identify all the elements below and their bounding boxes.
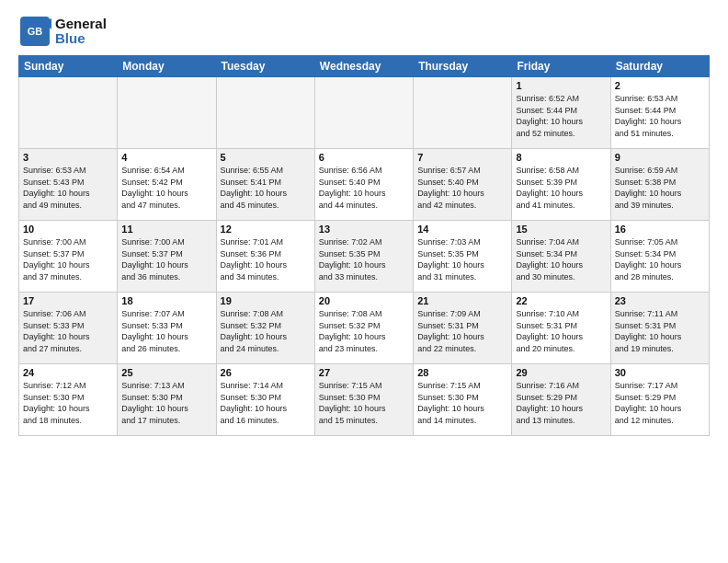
day-header-thursday: Thursday (414, 56, 512, 77)
day-header-saturday: Saturday (610, 56, 709, 77)
day-number: 29 (516, 367, 606, 378)
day-number: 8 (516, 152, 606, 163)
day-info: Sunrise: 7:01 AM Sunset: 5:36 PM Dayligh… (221, 236, 311, 282)
cal-cell: 3Sunrise: 6:53 AM Sunset: 5:43 PM Daylig… (19, 149, 118, 221)
week-row-1: 1Sunrise: 6:52 AM Sunset: 5:44 PM Daylig… (19, 77, 710, 149)
day-info: Sunrise: 6:56 AM Sunset: 5:40 PM Dayligh… (319, 165, 409, 211)
day-number: 4 (121, 152, 211, 163)
day-info: Sunrise: 7:15 AM Sunset: 5:30 PM Dayligh… (319, 380, 409, 426)
day-info: Sunrise: 7:03 AM Sunset: 5:35 PM Dayligh… (417, 236, 507, 282)
day-info: Sunrise: 6:57 AM Sunset: 5:40 PM Dayligh… (417, 165, 507, 211)
cal-cell: 15Sunrise: 7:04 AM Sunset: 5:34 PM Dayli… (512, 221, 610, 293)
calendar-table: SundayMondayTuesdayWednesdayThursdayFrid… (18, 55, 710, 436)
day-number: 3 (23, 152, 113, 163)
day-info: Sunrise: 6:52 AM Sunset: 5:44 PM Dayligh… (516, 93, 606, 139)
day-number: 27 (319, 367, 409, 378)
cal-cell: 30Sunrise: 7:17 AM Sunset: 5:29 PM Dayli… (610, 364, 709, 436)
cal-cell (414, 77, 512, 149)
day-number: 24 (23, 367, 113, 378)
header: GB General Blue (18, 15, 710, 48)
cal-cell: 9Sunrise: 6:59 AM Sunset: 5:38 PM Daylig… (610, 149, 709, 221)
day-number: 9 (615, 152, 705, 163)
day-number: 22 (516, 295, 606, 306)
day-number: 15 (516, 224, 606, 235)
day-header-friday: Friday (512, 56, 610, 77)
day-header-wednesday: Wednesday (314, 56, 413, 77)
day-info: Sunrise: 7:05 AM Sunset: 5:34 PM Dayligh… (615, 236, 705, 282)
svg-text:GB: GB (28, 26, 43, 37)
cal-cell: 28Sunrise: 7:15 AM Sunset: 5:30 PM Dayli… (414, 364, 512, 436)
cal-cell: 25Sunrise: 7:13 AM Sunset: 5:30 PM Dayli… (118, 364, 216, 436)
day-info: Sunrise: 7:13 AM Sunset: 5:30 PM Dayligh… (121, 380, 211, 426)
day-info: Sunrise: 6:53 AM Sunset: 5:44 PM Dayligh… (615, 93, 705, 139)
day-number: 16 (615, 224, 705, 235)
cal-cell (314, 77, 413, 149)
cal-cell: 13Sunrise: 7:02 AM Sunset: 5:35 PM Dayli… (314, 221, 413, 293)
day-info: Sunrise: 7:14 AM Sunset: 5:30 PM Dayligh… (221, 380, 311, 426)
cal-cell: 6Sunrise: 6:56 AM Sunset: 5:40 PM Daylig… (314, 149, 413, 221)
logo-icon: GB (18, 15, 51, 48)
day-number: 25 (121, 367, 211, 378)
day-number: 5 (221, 152, 311, 163)
cal-cell: 26Sunrise: 7:14 AM Sunset: 5:30 PM Dayli… (216, 364, 314, 436)
cal-cell: 17Sunrise: 7:06 AM Sunset: 5:33 PM Dayli… (19, 293, 118, 364)
day-header-monday: Monday (118, 56, 216, 77)
day-info: Sunrise: 7:10 AM Sunset: 5:31 PM Dayligh… (516, 308, 606, 354)
cal-cell: 14Sunrise: 7:03 AM Sunset: 5:35 PM Dayli… (414, 221, 512, 293)
cal-cell: 24Sunrise: 7:12 AM Sunset: 5:30 PM Dayli… (19, 364, 118, 436)
cal-cell: 7Sunrise: 6:57 AM Sunset: 5:40 PM Daylig… (414, 149, 512, 221)
day-number: 13 (319, 224, 409, 235)
calendar-body: 1Sunrise: 6:52 AM Sunset: 5:44 PM Daylig… (19, 77, 710, 436)
cal-cell: 20Sunrise: 7:08 AM Sunset: 5:32 PM Dayli… (314, 293, 413, 364)
day-number: 11 (121, 224, 211, 235)
cal-cell: 8Sunrise: 6:58 AM Sunset: 5:39 PM Daylig… (512, 149, 610, 221)
day-number: 7 (417, 152, 507, 163)
day-info: Sunrise: 7:08 AM Sunset: 5:32 PM Dayligh… (221, 308, 311, 354)
day-info: Sunrise: 7:02 AM Sunset: 5:35 PM Dayligh… (319, 236, 409, 282)
cal-cell (216, 77, 314, 149)
day-info: Sunrise: 7:09 AM Sunset: 5:31 PM Dayligh… (417, 308, 507, 354)
cal-cell: 11Sunrise: 7:00 AM Sunset: 5:37 PM Dayli… (118, 221, 216, 293)
day-info: Sunrise: 7:08 AM Sunset: 5:32 PM Dayligh… (319, 308, 409, 354)
day-info: Sunrise: 7:06 AM Sunset: 5:33 PM Dayligh… (23, 308, 113, 354)
cal-cell: 29Sunrise: 7:16 AM Sunset: 5:29 PM Dayli… (512, 364, 610, 436)
day-info: Sunrise: 7:04 AM Sunset: 5:34 PM Dayligh… (516, 236, 606, 282)
day-info: Sunrise: 6:54 AM Sunset: 5:42 PM Dayligh… (121, 165, 211, 211)
week-row-4: 17Sunrise: 7:06 AM Sunset: 5:33 PM Dayli… (19, 293, 710, 364)
day-number: 1 (516, 80, 606, 91)
week-row-5: 24Sunrise: 7:12 AM Sunset: 5:30 PM Dayli… (19, 364, 710, 436)
day-number: 6 (319, 152, 409, 163)
cal-cell: 21Sunrise: 7:09 AM Sunset: 5:31 PM Dayli… (414, 293, 512, 364)
day-number: 2 (615, 80, 705, 91)
logo: GB General Blue (18, 15, 107, 48)
day-info: Sunrise: 6:58 AM Sunset: 5:39 PM Dayligh… (516, 165, 606, 211)
day-info: Sunrise: 6:59 AM Sunset: 5:38 PM Dayligh… (615, 165, 705, 211)
cal-cell (19, 77, 118, 149)
day-info: Sunrise: 7:12 AM Sunset: 5:30 PM Dayligh… (23, 380, 113, 426)
days-header-row: SundayMondayTuesdayWednesdayThursdayFrid… (19, 56, 710, 77)
day-header-tuesday: Tuesday (216, 56, 314, 77)
cal-cell: 5Sunrise: 6:55 AM Sunset: 5:41 PM Daylig… (216, 149, 314, 221)
cal-cell: 10Sunrise: 7:00 AM Sunset: 5:37 PM Dayli… (19, 221, 118, 293)
day-info: Sunrise: 7:00 AM Sunset: 5:37 PM Dayligh… (23, 236, 113, 282)
week-row-2: 3Sunrise: 6:53 AM Sunset: 5:43 PM Daylig… (19, 149, 710, 221)
cal-cell: 18Sunrise: 7:07 AM Sunset: 5:33 PM Dayli… (118, 293, 216, 364)
cal-cell: 23Sunrise: 7:11 AM Sunset: 5:31 PM Dayli… (610, 293, 709, 364)
cal-cell: 22Sunrise: 7:10 AM Sunset: 5:31 PM Dayli… (512, 293, 610, 364)
day-number: 28 (417, 367, 507, 378)
day-number: 21 (417, 295, 507, 306)
week-row-3: 10Sunrise: 7:00 AM Sunset: 5:37 PM Dayli… (19, 221, 710, 293)
cal-cell: 16Sunrise: 7:05 AM Sunset: 5:34 PM Dayli… (610, 221, 709, 293)
day-info: Sunrise: 6:55 AM Sunset: 5:41 PM Dayligh… (221, 165, 311, 211)
cal-cell: 2Sunrise: 6:53 AM Sunset: 5:44 PM Daylig… (610, 77, 709, 149)
day-number: 19 (221, 295, 311, 306)
day-info: Sunrise: 7:16 AM Sunset: 5:29 PM Dayligh… (516, 380, 606, 426)
calendar-page: GB General Blue SundayMondayTuesdayWedne… (0, 0, 728, 563)
cal-cell (118, 77, 216, 149)
day-info: Sunrise: 6:53 AM Sunset: 5:43 PM Dayligh… (23, 165, 113, 211)
day-number: 20 (319, 295, 409, 306)
day-info: Sunrise: 7:17 AM Sunset: 5:29 PM Dayligh… (615, 380, 705, 426)
logo-blue: Blue (55, 31, 107, 47)
day-number: 26 (221, 367, 311, 378)
cal-cell: 19Sunrise: 7:08 AM Sunset: 5:32 PM Dayli… (216, 293, 314, 364)
